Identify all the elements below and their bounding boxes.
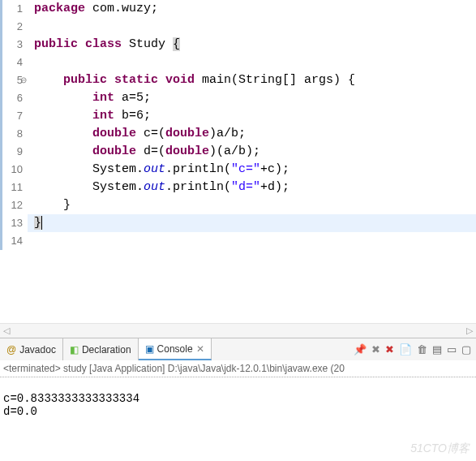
console-header: <terminated> study [Java Application] D:…	[0, 360, 476, 377]
code-line[interactable]: 8 double c=(double)a/b;	[0, 125, 476, 143]
code-line[interactable]: 1package com.wuzy;	[0, 0, 476, 18]
scroll-left-icon[interactable]: ◁	[3, 325, 10, 336]
code-line[interactable]: 5⊖ public static void main(String[] args…	[0, 71, 476, 89]
code-content[interactable]	[28, 18, 476, 36]
code-line[interactable]: 12 }	[0, 196, 476, 214]
code-content[interactable]: public static void main(String[] args) {	[28, 71, 476, 89]
code-content[interactable]	[28, 232, 476, 250]
tab-label: Declaration	[82, 344, 131, 355]
tab-javadoc[interactable]: @ Javadoc	[0, 338, 63, 360]
code-content[interactable]: double d=(double)(a/b);	[28, 143, 476, 161]
code-content[interactable]: int b=6;	[28, 107, 476, 125]
code-line[interactable]: 9 double d=(double)(a/b);	[0, 143, 476, 161]
line-number: 7	[0, 107, 28, 125]
display-selected-icon[interactable]: ▤	[432, 343, 442, 355]
line-number: 8	[0, 125, 28, 143]
code-content[interactable]: int a=5;	[28, 89, 476, 107]
pin-icon[interactable]: 📌	[354, 343, 367, 355]
code-content[interactable]: System.out.println("d="+d);	[28, 179, 476, 196]
code-line[interactable]: 4	[0, 54, 476, 71]
tab-label: Console	[157, 343, 193, 355]
tab-label: Javadoc	[19, 344, 56, 355]
line-number: 11	[0, 179, 28, 196]
code-line[interactable]: 10 System.out.println("c="+c);	[0, 161, 476, 179]
line-number: 12	[0, 196, 28, 214]
maximize-icon[interactable]: ▢	[461, 343, 471, 355]
scroll-right-icon[interactable]: ▷	[466, 325, 473, 336]
clear-console-icon[interactable]: 🗑	[417, 343, 427, 355]
line-number: 3	[0, 36, 28, 54]
javadoc-icon: @	[6, 344, 16, 355]
code-content[interactable]: }	[28, 196, 476, 214]
console-line: d=0.0	[3, 405, 37, 418]
watermark: 51CTO博客	[410, 442, 470, 456]
line-number: 14	[0, 232, 28, 250]
remove-all-terminated-icon[interactable]: ✖	[371, 343, 380, 355]
code-line[interactable]: 13}	[0, 214, 476, 232]
tab-declaration[interactable]: ◧ Declaration	[63, 338, 139, 360]
scroll-lock-icon[interactable]: 📄	[399, 343, 412, 355]
console-icon: ▣	[145, 343, 154, 355]
code-content[interactable]: public class Study {	[28, 36, 476, 54]
code-line[interactable]: 11 System.out.println("d="+d);	[0, 179, 476, 196]
line-number: 10	[0, 161, 28, 179]
tab-console[interactable]: ▣ Console ✕	[139, 338, 212, 360]
line-number: 13	[0, 214, 28, 232]
line-number: 4	[0, 54, 28, 71]
line-number: 2	[0, 18, 28, 36]
bottom-panel-tabs: @ Javadoc ◧ Declaration ▣ Console ✕ 📌 ✖ …	[0, 338, 476, 360]
code-content[interactable]: package com.wuzy;	[28, 0, 476, 18]
line-number: 5⊖	[0, 71, 28, 89]
code-content[interactable]: }	[28, 214, 476, 232]
console-output[interactable]: c=0.8333333333333334 d=0.0	[0, 377, 476, 420]
console-line: c=0.8333333333333334	[3, 392, 139, 405]
code-line[interactable]: 7 int b=6;	[0, 107, 476, 125]
line-number: 6	[0, 89, 28, 107]
close-icon[interactable]: ✕	[196, 343, 204, 355]
code-content[interactable]: double c=(double)a/b;	[28, 125, 476, 143]
code-line[interactable]: 2	[0, 18, 476, 36]
code-line[interactable]: 3public class Study {	[0, 36, 476, 54]
code-line[interactable]: 6 int a=5;	[0, 89, 476, 107]
code-line[interactable]: 14	[0, 232, 476, 250]
code-content[interactable]	[28, 54, 476, 71]
line-number: 9	[0, 143, 28, 161]
minimize-icon[interactable]: ▭	[447, 343, 457, 355]
console-toolbar: 📌 ✖ ✖ 📄 🗑 ▤ ▭ ▢	[354, 343, 476, 355]
code-editor[interactable]: 1package com.wuzy;23public class Study {…	[0, 0, 476, 323]
horizontal-scrollbar[interactable]: ◁ ▷	[0, 323, 476, 338]
code-content[interactable]: System.out.println("c="+c);	[28, 161, 476, 179]
line-number: 1	[0, 0, 28, 18]
declaration-icon: ◧	[70, 344, 79, 355]
remove-launch-icon[interactable]: ✖	[385, 343, 394, 355]
